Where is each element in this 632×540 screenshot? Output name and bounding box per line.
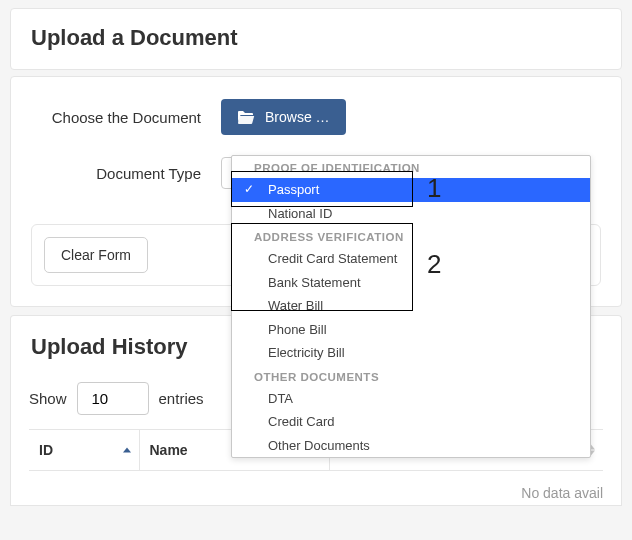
- dropdown-option-phone-bill[interactable]: Phone Bill: [232, 318, 590, 342]
- dropdown-option-passport[interactable]: Passport: [232, 178, 590, 202]
- column-label: Name: [150, 442, 188, 458]
- dropdown-option-electricity-bill[interactable]: Electricity Bill: [232, 341, 590, 365]
- show-label: Show: [29, 390, 67, 407]
- browse-button[interactable]: Browse …: [221, 99, 346, 135]
- dropdown-option-water-bill[interactable]: Water Bill: [232, 294, 590, 318]
- upload-form: Choose the Document Browse … Document Ty…: [10, 76, 622, 307]
- choose-document-row: Choose the Document Browse …: [31, 99, 601, 135]
- dropdown-option-dta[interactable]: DTA: [232, 387, 590, 411]
- page-size-input[interactable]: [77, 382, 149, 415]
- dropdown-option-national-id[interactable]: National ID: [232, 202, 590, 226]
- clear-form-button[interactable]: Clear Form: [44, 237, 148, 273]
- entries-label: entries: [159, 390, 204, 407]
- no-data-message: No data avail: [29, 471, 603, 505]
- choose-document-label: Choose the Document: [31, 109, 221, 126]
- document-type-dropdown[interactable]: PROOF OF IDENTIFICATION Passport Nationa…: [231, 155, 591, 458]
- annotation-label-2: 2: [427, 249, 441, 280]
- page-title: Upload a Document: [10, 8, 622, 70]
- dropdown-option-cc-statement[interactable]: Credit Card Statement: [232, 247, 590, 271]
- dropdown-option-bank-statement[interactable]: Bank Statement: [232, 271, 590, 295]
- dropdown-group-label: OTHER DOCUMENTS: [232, 365, 590, 387]
- annotation-label-1: 1: [427, 173, 441, 204]
- folder-open-icon: [237, 110, 255, 124]
- sort-icon: [123, 448, 131, 453]
- dropdown-group-label: ADDRESS VERIFICATION: [232, 225, 590, 247]
- dropdown-option-credit-card[interactable]: Credit Card: [232, 410, 590, 434]
- column-label: ID: [39, 442, 53, 458]
- dropdown-group-label: PROOF OF IDENTIFICATION: [232, 156, 590, 178]
- browse-button-label: Browse …: [265, 109, 330, 125]
- column-header-id[interactable]: ID: [29, 430, 139, 471]
- dropdown-option-other-documents[interactable]: Other Documents: [232, 434, 590, 458]
- document-type-label: Document Type: [31, 165, 221, 182]
